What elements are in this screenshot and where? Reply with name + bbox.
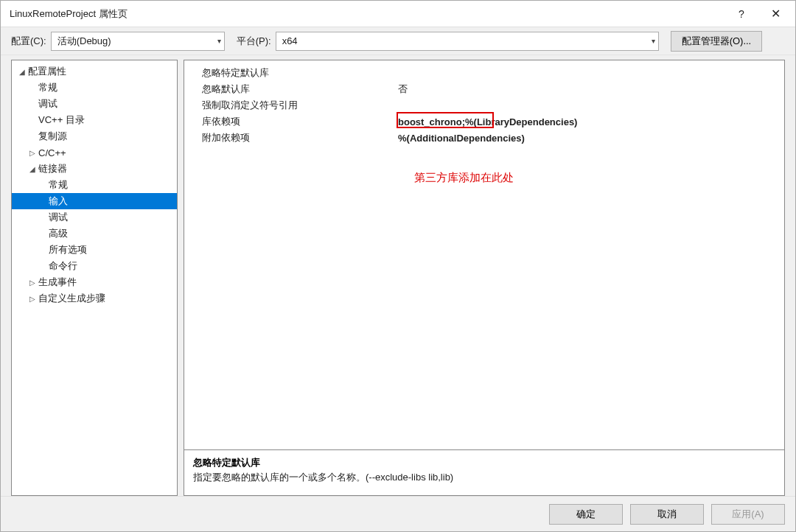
prop-row-lib-deps[interactable]: 库依赖项 boost_chrono;%(LibraryDependencies)	[184, 113, 784, 130]
config-row: 配置(C): 活动(Debug) ▾ 平台(P): x64 ▾ 配置管理器(O)…	[1, 27, 795, 55]
tree-item-custom-build[interactable]: ▷自定义生成步骤	[12, 290, 177, 307]
platform-value: x64	[282, 35, 647, 46]
main-area: ◢配置属性 常规 调试 VC++ 目录 复制源 ▷C/C++ ◢链接器 常规 输…	[1, 55, 795, 496]
lib-deps-value: boost_chrono;%(LibraryDependencies)	[398, 116, 784, 127]
chevron-down-icon: ▾	[652, 37, 655, 45]
titlebar-controls: ? ✕	[725, 3, 792, 25]
tree-item-ccpp[interactable]: ▷C/C++	[12, 144, 177, 161]
tree-item-linker-cmdline[interactable]: 命令行	[12, 258, 177, 274]
tree-item-linker-all[interactable]: 所有选项	[12, 242, 177, 258]
prop-row-force-undef[interactable]: 强制取消定义符号引用	[184, 97, 784, 113]
tree-item-build-events[interactable]: ▷生成事件	[12, 274, 177, 290]
prop-row-ignore-specific[interactable]: 忽略特定默认库	[184, 65, 784, 81]
config-dropdown[interactable]: 活动(Debug) ▾	[51, 32, 225, 51]
prop-row-ignore-default[interactable]: 忽略默认库 否	[184, 81, 784, 97]
description-panel: 忽略特定默认库 指定要忽略的默认库的一个或多个名称。(--exclude-lib…	[184, 450, 785, 496]
close-button[interactable]: ✕	[758, 3, 792, 25]
caret-right-icon: ▷	[28, 149, 37, 157]
tree-item-linker[interactable]: ◢链接器	[12, 161, 177, 177]
prop-row-additional-deps[interactable]: 附加依赖项 %(AdditionalDependencies)	[184, 130, 784, 146]
right-panel: 忽略特定默认库 忽略默认库 否 强制取消定义符号引用 库依赖项 boost_ch…	[184, 60, 785, 496]
platform-label: 平台(P):	[237, 35, 271, 48]
caret-right-icon: ▷	[28, 295, 37, 303]
cancel-button[interactable]: 取消	[630, 504, 704, 525]
config-manager-button[interactable]: 配置管理器(O)...	[671, 31, 763, 52]
config-value: 活动(Debug)	[57, 35, 213, 48]
titlebar: LinuxRemoteProject 属性页 ? ✕	[1, 1, 795, 27]
tree-item-vcpp-dirs[interactable]: VC++ 目录	[12, 112, 177, 128]
tree-item-linker-advanced[interactable]: 高级	[12, 225, 177, 242]
config-label: 配置(C):	[11, 35, 46, 48]
footer: 确定 取消 应用(A)	[1, 496, 795, 531]
apply-button[interactable]: 应用(A)	[711, 504, 785, 525]
caret-down-icon: ◢	[18, 68, 27, 76]
description-text: 指定要忽略的默认库的一个或多个名称。(--exclude-libs lib,li…	[193, 471, 775, 484]
tree-item-general[interactable]: 常规	[12, 80, 177, 96]
caret-down-icon: ◢	[28, 165, 37, 173]
caret-right-icon: ▷	[28, 279, 37, 287]
help-button[interactable]: ?	[725, 3, 758, 25]
property-grid: 忽略特定默认库 忽略默认库 否 强制取消定义符号引用 库依赖项 boost_ch…	[184, 60, 785, 450]
annotation-text: 第三方库添加在此处	[414, 171, 514, 185]
platform-dropdown[interactable]: x64 ▾	[276, 32, 659, 51]
tree-root[interactable]: ◢配置属性	[12, 63, 177, 80]
tree-item-linker-input[interactable]: 输入	[12, 193, 177, 209]
chevron-down-icon: ▾	[217, 37, 221, 45]
description-title: 忽略特定默认库	[193, 456, 775, 469]
window-title: LinuxRemoteProject 属性页	[10, 7, 725, 21]
property-page-window: LinuxRemoteProject 属性页 ? ✕ 配置(C): 活动(Deb…	[0, 0, 796, 532]
tree-item-debug[interactable]: 调试	[12, 96, 177, 112]
ok-button[interactable]: 确定	[549, 504, 623, 525]
tree-item-linker-general[interactable]: 常规	[12, 177, 177, 193]
tree-item-copy-source[interactable]: 复制源	[12, 128, 177, 144]
category-tree[interactable]: ◢配置属性 常规 调试 VC++ 目录 复制源 ▷C/C++ ◢链接器 常规 输…	[11, 60, 178, 496]
tree-item-linker-debug[interactable]: 调试	[12, 209, 177, 225]
